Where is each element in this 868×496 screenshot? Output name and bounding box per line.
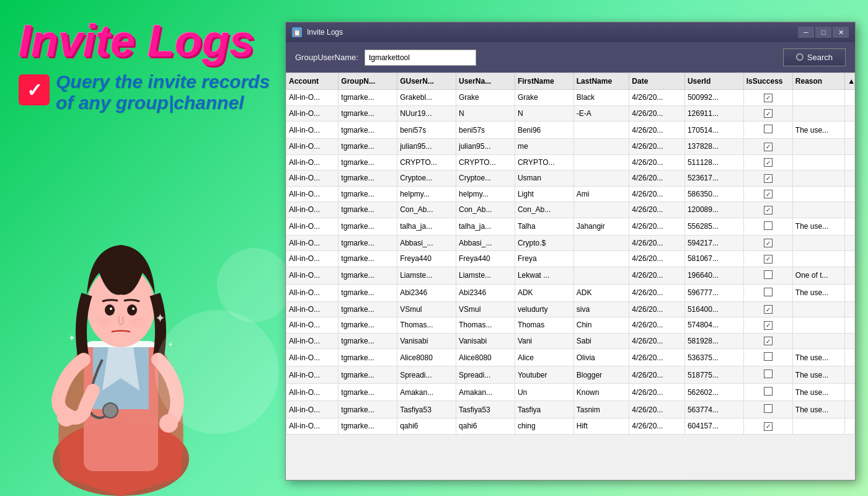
cell-firstname: CRYPTO...	[515, 154, 574, 170]
cell-firstname: Talha	[515, 218, 574, 235]
svg-point-6	[110, 308, 112, 310]
table-row: All-in-O...tgmarke...julian95...julian95…	[286, 139, 855, 155]
cell-userna: Liamste...	[456, 267, 515, 284]
cell-reason	[792, 317, 844, 334]
table-header: Account GroupN... GUserN... UserNa... Fi…	[286, 73, 855, 90]
cell-lastname: Tasnim	[574, 401, 629, 418]
cell-firstname: me	[515, 139, 574, 155]
cell-userna: talha_ja...	[456, 218, 515, 235]
col-header-groupn: GroupN...	[339, 73, 397, 90]
cell-lastname	[574, 251, 629, 267]
cell-date: 4/26/20...	[629, 401, 685, 418]
col-header-account: Account	[286, 73, 339, 90]
cell-date: 4/26/20...	[629, 267, 685, 284]
cell-userna: Thomas...	[456, 317, 515, 334]
col-header-firstname: FirstName	[515, 73, 574, 90]
issuccess-checkbox	[764, 288, 773, 296]
cell-groupn: tgmarke...	[339, 186, 397, 202]
cell-reason	[792, 105, 844, 122]
cell-reason	[792, 333, 844, 349]
cell-userid: 137828...	[684, 139, 743, 155]
table-row: All-in-O...tgmarke...CRYPTO...CRYPTO...C…	[286, 154, 855, 170]
search-button[interactable]: Search	[783, 48, 846, 66]
issuccess-checkbox	[764, 337, 773, 345]
cell-userna: Grake	[456, 90, 515, 106]
cell-userna: qahi6	[456, 418, 515, 435]
cell-reason	[792, 170, 844, 187]
cell-date: 4/26/20...	[629, 186, 685, 202]
cell-userna: CRYPTO...	[456, 154, 515, 170]
subtitle-text: Query the invite records of any group|ch…	[56, 71, 270, 113]
cell-scroll-spacer	[845, 267, 855, 284]
cell-issuccess	[743, 105, 792, 122]
table-row: All-in-O...tgmarke...Spreadi...Spreadi..…	[286, 366, 855, 384]
table-body: All-in-O...tgmarke...Grakebl...GrakeGrak…	[286, 90, 855, 435]
cell-date: 4/26/20...	[629, 170, 685, 187]
issuccess-checkbox	[764, 109, 773, 118]
checkmark-icon	[19, 74, 50, 105]
cell-scroll-spacer	[845, 401, 855, 418]
cell-scroll-spacer	[845, 284, 855, 301]
cell-scroll-spacer	[845, 366, 855, 384]
cell-userid: 536375...	[684, 349, 743, 366]
maximize-button[interactable]: □	[815, 27, 831, 38]
close-button[interactable]: ✕	[833, 27, 849, 38]
cell-firstname: Alice	[515, 349, 574, 366]
cell-gusern: CRYPTO...	[397, 154, 456, 170]
cell-userna: beni57s	[456, 122, 515, 139]
cell-issuccess	[743, 301, 792, 317]
cell-groupn: tgmarke...	[339, 90, 397, 106]
bg-decoration	[217, 248, 291, 322]
cell-lastname: Known	[574, 384, 629, 401]
cell-userna: julian95...	[456, 139, 515, 155]
cell-issuccess	[743, 349, 792, 366]
cell-issuccess	[743, 284, 792, 301]
table-row: All-in-O...tgmarke...NUur19...NN-E-A4/26…	[286, 105, 855, 122]
cell-issuccess	[743, 418, 792, 435]
svg-point-10	[103, 403, 118, 418]
cell-date: 4/26/20...	[629, 333, 685, 349]
window-controls[interactable]: ─ □ ✕	[798, 27, 849, 38]
cell-issuccess	[743, 333, 792, 349]
cell-account: All-in-O...	[286, 90, 339, 106]
cell-firstname: Beni96	[515, 122, 574, 139]
table-row: All-in-O...tgmarke...Tasfiya53Tasfiya53T…	[286, 401, 855, 418]
cell-scroll-spacer	[845, 333, 855, 349]
svg-point-8	[97, 317, 112, 327]
cell-account: All-in-O...	[286, 267, 339, 284]
cell-userid: 518775...	[684, 366, 743, 384]
svg-point-4	[105, 304, 115, 316]
cell-lastname: ADK	[574, 284, 629, 301]
cell-groupn: tgmarke...	[339, 333, 397, 349]
cell-gusern: beni57s	[397, 122, 456, 139]
issuccess-checkbox	[764, 352, 773, 361]
cell-groupn: tgmarke...	[339, 301, 397, 317]
issuccess-checkbox	[764, 239, 773, 247]
cell-account: All-in-O...	[286, 284, 339, 301]
cell-issuccess	[743, 90, 792, 106]
cell-lastname	[574, 202, 629, 218]
issuccess-checkbox	[764, 321, 773, 330]
search-dot-icon	[796, 53, 804, 61]
groupusername-label: GroupUserName:	[295, 53, 358, 62]
cell-groupn: tgmarke...	[339, 284, 397, 301]
cell-account: All-in-O...	[286, 317, 339, 334]
svg-point-7	[132, 308, 135, 310]
cell-account: All-in-O...	[286, 349, 339, 366]
cell-account: All-in-O...	[286, 301, 339, 317]
cell-reason	[792, 251, 844, 267]
minimize-button[interactable]: ─	[798, 27, 814, 38]
cell-scroll-spacer	[845, 235, 855, 251]
table-scroll[interactable]: Account GroupN... GUserN... UserNa... Fi…	[286, 73, 855, 480]
table-row: All-in-O...tgmarke...helpmу...helpmу...L…	[286, 186, 855, 202]
cell-issuccess	[743, 317, 792, 334]
cell-scroll-spacer	[845, 90, 855, 106]
groupusername-input[interactable]	[365, 50, 476, 66]
cell-account: All-in-O...	[286, 105, 339, 122]
cell-issuccess	[743, 384, 792, 401]
cell-date: 4/26/20...	[629, 317, 685, 334]
cell-groupn: tgmarke...	[339, 418, 397, 435]
cell-issuccess	[743, 170, 792, 187]
window-app-icon	[292, 27, 302, 37]
cell-reason: The use...	[792, 384, 844, 401]
